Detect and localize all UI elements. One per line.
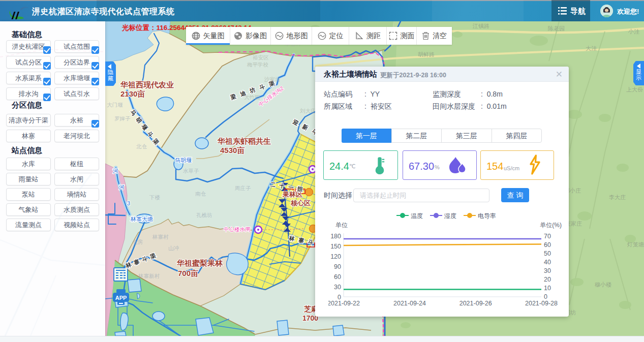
- svg-text:10: 10: [544, 285, 551, 292]
- svg-text:70: 70: [544, 233, 551, 240]
- svg-text:河: 河: [119, 184, 125, 190]
- svg-text:华祖东虾稻共生: 华祖东虾稻共生: [217, 137, 271, 145]
- svg-text:700亩: 700亩: [178, 269, 198, 277]
- svg-text:60: 60: [334, 273, 341, 281]
- svg-text:2130亩: 2130亩: [120, 89, 145, 98]
- svg-text:单位: 单位: [335, 222, 348, 229]
- svg-text:周庄子: 周庄子: [235, 185, 251, 191]
- svg-text:2021-09-22: 2021-09-22: [328, 300, 360, 307]
- svg-text:2021-09-28: 2021-09-28: [525, 300, 558, 307]
- svg-text:中心楼水闸: 中心楼水闸: [224, 226, 251, 232]
- svg-text:90: 90: [334, 263, 341, 270]
- svg-text:林寨新村: 林寨新村: [138, 273, 160, 279]
- svg-text:核心区: 核心区: [290, 199, 311, 207]
- svg-text:沙家坊: 沙家坊: [264, 76, 281, 82]
- svg-text:华祖西现代农业: 华祖西现代农业: [120, 80, 174, 89]
- svg-text:裕安区: 裕安区: [253, 54, 269, 60]
- svg-text:灯笼塘: 灯笼塘: [627, 241, 644, 247]
- svg-text:大洼: 大洼: [586, 45, 597, 51]
- svg-text:刘大庄: 刘大庄: [300, 108, 316, 114]
- svg-text:水草子: 水草子: [183, 168, 199, 174]
- svg-text:江镇路: 江镇路: [472, 23, 489, 29]
- svg-text:林寨大塘: 林寨大塘: [130, 216, 153, 222]
- svg-text:APP: APP: [115, 295, 127, 301]
- svg-text:华祖蜜梨果林: 华祖蜜梨果林: [176, 259, 223, 267]
- svg-text:果林区: 果林区: [282, 191, 302, 198]
- svg-text:林寨村: 林寨村: [152, 234, 169, 240]
- svg-text:60: 60: [544, 241, 551, 248]
- svg-text:南仓: 南仓: [195, 191, 206, 197]
- svg-text:穆小楼: 穆小楼: [595, 282, 611, 288]
- svg-text:40: 40: [544, 259, 551, 266]
- svg-text:马胡堰: 马胡堰: [175, 157, 192, 163]
- svg-text:0: 0: [544, 293, 547, 300]
- svg-text:180: 180: [330, 233, 341, 240]
- svg-text:30: 30: [544, 267, 551, 274]
- svg-text:孔樵坊: 孔樵坊: [196, 212, 212, 218]
- svg-text:上大份: 上大份: [626, 86, 643, 92]
- svg-text:20: 20: [544, 276, 551, 283]
- svg-text:120: 120: [330, 253, 341, 260]
- svg-text:山冲: 山冲: [168, 245, 179, 251]
- svg-text:大门堰: 大门堰: [107, 102, 123, 108]
- svg-text:150: 150: [330, 243, 341, 250]
- svg-text:4530亩: 4530亩: [220, 146, 244, 154]
- svg-text:3: 3: [127, 200, 130, 206]
- svg-text:河: 河: [113, 168, 118, 174]
- svg-text:下楼: 下楼: [149, 194, 161, 200]
- svg-text:50: 50: [544, 250, 551, 257]
- svg-text:梅平学校: 梅平学校: [247, 61, 269, 68]
- svg-text:30: 30: [334, 284, 341, 291]
- svg-text:罗婶子: 罗婶子: [114, 115, 131, 121]
- svg-text:北仓: 北仓: [136, 143, 147, 149]
- svg-text:胡鲜路: 胡鲜路: [418, 51, 435, 57]
- svg-text:2021-09-24: 2021-09-24: [393, 300, 426, 307]
- svg-text:仓房: 仓房: [132, 239, 143, 245]
- svg-text:陈老园: 陈老园: [548, 25, 565, 32]
- svg-text:单位(%): 单位(%): [540, 222, 562, 229]
- svg-text:李大庄: 李大庄: [609, 194, 626, 200]
- svg-text:小洼: 小洼: [628, 28, 639, 35]
- svg-text:大竹园: 大竹园: [244, 94, 260, 100]
- svg-text:2021-09-26: 2021-09-26: [459, 300, 492, 307]
